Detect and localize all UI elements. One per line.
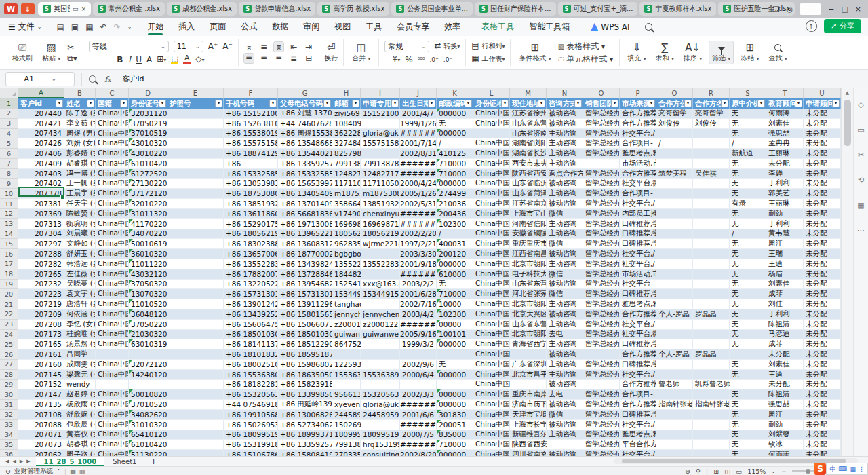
cell-C10[interactable]: China中国 [96, 189, 129, 199]
cell-T15[interactable]: 周江 [766, 239, 804, 249]
cell-A3[interactable]: 207421 [18, 119, 64, 129]
cell-M18[interactable]: 电子科技大 [510, 269, 547, 280]
cell-L13[interactable]: China中国 [473, 219, 510, 229]
cell-D9[interactable]: 271302200004241013 [129, 179, 167, 189]
cell-I11[interactable]: 138519326 [361, 199, 400, 209]
find-button[interactable]: 查找 ▾ [766, 41, 790, 64]
menu-item-页面[interactable]: 页面 [202, 18, 233, 36]
cell-Q34[interactable] [656, 430, 693, 440]
cell-P35[interactable]: 平台合作方 [620, 440, 656, 450]
cell-R28[interactable] [693, 370, 730, 380]
cell-C8[interactable]: China中国 [96, 169, 129, 179]
cell-T6[interactable]: 王丽琳 [766, 149, 804, 159]
header-cell-I[interactable]: 申请专用▾ [361, 98, 400, 109]
cell-I36[interactable]: consulting [361, 450, 400, 456]
cell-S21[interactable]: 无 [730, 299, 766, 309]
cell-F34[interactable]: +86 180995191 [224, 430, 278, 440]
cell-K35[interactable]: 710000 [437, 440, 473, 450]
percent-icon[interactable]: % [405, 55, 412, 64]
page-view-icon[interactable]: ◫ [724, 468, 730, 475]
cell-S17[interactable]: 无 [730, 259, 766, 269]
cell-F10[interactable]: +86 187530801 [224, 189, 278, 199]
cell-A13[interactable]: 207313 [18, 219, 64, 229]
cell-F31[interactable]: +44 075469185 [224, 400, 278, 410]
cell-D13[interactable]: 411702200312270822 [129, 219, 167, 229]
app-tab[interactable]: S常州公积金 .xlsx [93, 2, 165, 16]
cell-S2[interactable]: 无 [730, 109, 766, 119]
cell-F7[interactable]: +86 [224, 159, 278, 169]
filter-dropdown-icon[interactable]: ▾ [323, 100, 331, 107]
cell-O14[interactable]: 留学总经办 [583, 229, 620, 240]
cell-F35[interactable]: +86 153199181 [224, 440, 278, 450]
cell-S3[interactable]: 无 [730, 119, 766, 129]
chevron-down-icon[interactable]: ⌄ [127, 24, 132, 30]
filter-dropdown-icon[interactable]: ▾ [832, 100, 840, 107]
cell-J7[interactable]: ######### [400, 159, 437, 169]
cell-H2[interactable]: ziyi5692@c [332, 109, 361, 119]
cell-I23[interactable]: z20001227 [361, 320, 400, 330]
cell-Q10[interactable] [656, 189, 693, 199]
cell-S28[interactable]: 无 [730, 370, 766, 380]
cell-N23[interactable]: 主动咨询 [547, 320, 583, 330]
header-cell-J[interactable]: 出生日期▾ [400, 98, 437, 109]
prev-sheet-icon[interactable]: ◀ [12, 459, 16, 464]
cell-K18[interactable]: 610000 [437, 269, 473, 280]
history-icon[interactable]: ⟲ [858, 176, 864, 185]
cell-C30[interactable]: China中国 [96, 390, 129, 400]
row-number[interactable]: 27 [0, 360, 18, 370]
cell-P34[interactable]: 雅思考点,雅 [620, 430, 656, 440]
cell-M7[interactable]: 西安市未央 [510, 159, 547, 169]
cell-C22[interactable]: China中国 [96, 309, 129, 320]
cell-Q9[interactable] [656, 179, 693, 189]
font-size-select[interactable]: 11⌄ [174, 41, 203, 52]
cell-B36[interactable]: 周子路 (女 [64, 450, 96, 456]
cell-U10[interactable]: 未分配 [804, 189, 841, 199]
vertical-scrollbar-thumb[interactable] [844, 100, 851, 146]
cell-U15[interactable]: 未分配 [804, 239, 841, 249]
cell-S26[interactable] [730, 349, 766, 360]
cell-G23[interactable]: +86 15066073861 [278, 320, 332, 330]
cell-J29[interactable] [400, 380, 437, 390]
cell-Q17[interactable] [656, 259, 693, 269]
filter-dropdown-icon[interactable]: ▾ [684, 100, 692, 107]
cell-Q8[interactable]: 筑梦美程 [656, 169, 693, 179]
cell-F25[interactable]: +86 181411375 [224, 339, 278, 349]
cell-N24[interactable]: 去电 [547, 330, 583, 340]
decrease-indent-icon[interactable]: ⇤ [289, 42, 298, 52]
cell-J22[interactable]: 2003/4/2 [400, 309, 437, 320]
cell-O36[interactable]: 留学总经办 [583, 450, 620, 456]
row-number[interactable]: 25 [0, 339, 18, 349]
cell-D7[interactable]: 610104200212213421 [129, 159, 167, 169]
cell-N12[interactable]: 微信 [547, 209, 583, 219]
column-header-K[interactable]: K [437, 88, 473, 98]
cell-O26[interactable] [583, 349, 620, 360]
cell-B15[interactable]: 文静如 (女 [64, 239, 96, 249]
cell-M32[interactable]: 天津市宝坻 [510, 410, 547, 420]
cell-L21[interactable]: China中国 [473, 299, 510, 309]
cell-N32[interactable]: 微信 [547, 410, 583, 420]
cell-S22[interactable]: 无 [730, 309, 766, 320]
cell-H9[interactable]: 117110505 [332, 179, 361, 189]
cell-J2[interactable]: 2001/4/7 [400, 109, 437, 119]
cell-Q13[interactable] [656, 219, 693, 229]
cell-H4[interactable]: 362228235 [332, 129, 361, 139]
cell-E12[interactable] [167, 209, 224, 219]
cell-L15[interactable]: China中国 [473, 239, 510, 249]
cell-B23[interactable]: 季忆 (女) [64, 320, 96, 330]
cell-U27[interactable]: 未分配 [804, 360, 841, 370]
formula-input[interactable]: 客户id [123, 74, 144, 84]
underline-button[interactable]: U [136, 55, 142, 64]
cell-O9[interactable]: 留学总经办 [583, 179, 620, 189]
cell-B27[interactable]: 成雨雯 (女 [64, 360, 96, 370]
app-tab[interactable]: S贷款申请信息.xlsx [239, 2, 315, 16]
cell-T33[interactable]: 蒯劲 [766, 420, 804, 430]
cell-O20[interactable]: 留学总经办 [583, 289, 620, 299]
cell-C6[interactable]: China中国 [96, 149, 129, 159]
column-header-I[interactable]: I [361, 88, 400, 98]
cell-M27[interactable]: 广东省深圳 [510, 360, 547, 370]
cell-I14[interactable]: 180562199 [361, 229, 400, 240]
cell-D16[interactable]: 360103200303300725 [129, 249, 167, 259]
cell-I32[interactable]: 244589596 [361, 410, 400, 420]
cell-F13[interactable]: +86 152901750 [224, 219, 278, 229]
cell-A35[interactable]: 207073 [18, 440, 64, 450]
